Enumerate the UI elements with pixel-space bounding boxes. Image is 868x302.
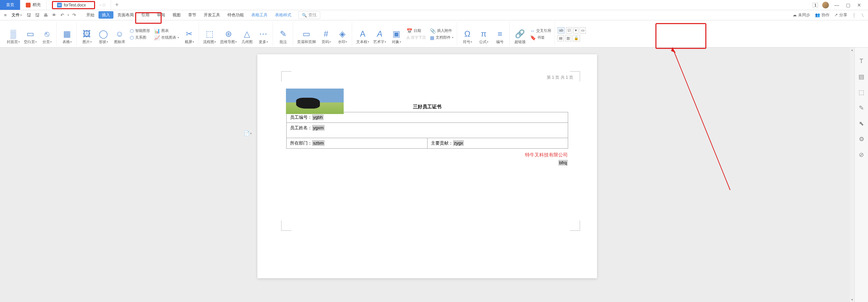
chart-button[interactable]: 📊图表 [153,28,180,34]
collab-button[interactable]: 👥协作 [815,12,830,18]
document-table[interactable]: 员工编号：ygbh 员工姓名：ygxm 所在部门：szbm 主要贡献：zygx [286,112,568,149]
menu-tab-chapter[interactable]: 章节 [185,11,200,19]
cover-page-button[interactable]: ▒封面页▾ [5,23,21,46]
form-options-button[interactable]: ▥ [565,35,571,41]
form-frame-button[interactable]: ▭ [580,27,586,34]
print-preview-icon[interactable]: 👁 [51,13,57,18]
geometry-button[interactable]: △几何图 [239,23,254,46]
form-text-button[interactable]: ab [558,27,564,34]
form-protect-button[interactable]: 🔒 [573,35,580,41]
form-check-button[interactable]: ☑ [566,27,572,34]
field-value[interactable]: szbm [312,140,325,146]
undo-icon[interactable]: ↶ [60,13,65,18]
page-break-button[interactable]: ⎋分页▾ [39,23,54,46]
sidebar-select-icon[interactable]: ⬉ [859,120,864,127]
sidebar-pen-icon[interactable]: ✎ [859,104,864,112]
page-number-button[interactable]: #页码▾ [319,23,333,46]
field-label[interactable]: 主要贡献： [431,140,453,146]
attachment-button[interactable]: 📎插入附件 [429,28,455,34]
search-box[interactable]: 🔍 查找 [298,11,320,19]
shape-button[interactable]: ◯形状▾ [96,23,111,46]
screenshot-button[interactable]: ✂截屏▾ [182,23,197,46]
save-icon[interactable]: 🖫 [26,13,32,18]
sidebar-text-icon[interactable]: T [860,58,863,65]
menu-tab-view[interactable]: 视图 [169,11,184,19]
header-footer-button[interactable]: ▭页眉和页脚 [296,23,317,46]
online-chart-button[interactable]: 📈在线图表▾ [153,35,180,41]
gallery-button[interactable]: ☺图标库 [112,23,127,46]
company-text[interactable]: 特牛叉科技有限公司 [274,152,580,158]
share-button[interactable]: ↗分享 [834,12,847,18]
dropcap-button[interactable]: A首字下沉 [405,35,427,41]
tab-add-button[interactable]: + [111,0,123,10]
field-label[interactable]: 员工姓名： [290,125,312,130]
window-badge[interactable]: 1 [813,3,818,7]
field-label[interactable]: 员工编号： [290,115,312,120]
date-field[interactable]: bfrq [274,159,580,166]
field-label[interactable]: 所在部门： [290,140,312,146]
form-shading-button[interactable]: ▤ [558,35,564,41]
menu-tab-reference[interactable]: 引用 [138,11,153,19]
menu-tab-insert[interactable]: 插入 [98,11,113,19]
sync-status[interactable]: ☁未同步 [793,12,810,18]
sidebar-shape-icon[interactable]: ⬚ [858,89,864,96]
field-value[interactable]: ygbh [312,114,324,120]
close-button[interactable]: ✕ [856,2,863,8]
minimize-button[interactable]: — [833,2,840,8]
sidebar-settings-icon[interactable]: ⚙ [859,135,864,143]
file-menu[interactable]: 文件▾ [10,12,23,18]
date-button[interactable]: 📅日期 [405,28,427,34]
bookmark-button[interactable]: 🔖书签 [529,35,553,41]
relation-button[interactable]: ⬡关系图 [128,35,151,41]
menu-tab-review[interactable]: 审阅 [153,11,168,19]
menu-tab-page-layout[interactable]: 页面布局 [114,11,137,19]
wordart-button[interactable]: A艺术字▾ [372,23,387,46]
menu-tab-table-tools[interactable]: 表格工具 [248,11,271,19]
field-value[interactable]: zygx [453,140,464,146]
tab-home[interactable]: 首页 [0,0,20,10]
more-button[interactable]: ⋯更多▾ [256,23,271,46]
page[interactable]: 📄▾ 第 1 页 共 1 页 三好员工证书 员工编号：ygbh 员工姓名：ygx… [257,54,597,278]
menu-tab-start[interactable]: 开始 [83,11,98,19]
collapse-ribbon[interactable]: ㄟ [861,13,865,18]
scroll-down-button[interactable]: ▾ [850,297,854,302]
field-value[interactable]: ygxm [312,125,325,131]
undo-caret[interactable]: ▾ [68,14,69,17]
hyperlink-button[interactable]: 🔗超链接 [512,23,527,46]
hamburger-icon[interactable]: ≡ [3,13,7,18]
table-button[interactable]: ▦表格▾ [59,23,74,46]
tab-docker[interactable]: 稻壳 [20,0,47,10]
sidebar-help-icon[interactable]: ⊘ [859,151,864,158]
comment-button[interactable]: ✎批注 [276,23,291,46]
menu-tab-special[interactable]: 特色功能 [224,11,247,19]
menu-tab-table-style[interactable]: 表格样式 [272,11,295,19]
flowchart-button[interactable]: ⬚流程图▾ [202,23,217,46]
textbox-button[interactable]: A文本框▾ [355,23,370,46]
object-button[interactable]: ▣对象▾ [389,23,404,46]
redo-icon[interactable]: ↷ [72,13,77,18]
cross-ference-button[interactable]: ↔交叉引用 [529,28,553,34]
sidebar-style-icon[interactable]: ▤ [858,73,864,80]
symbol-button[interactable]: Ω符号▾ [460,23,475,46]
more-menu[interactable]: ⋮ [852,13,856,18]
numbering-button[interactable]: ≡编号 [492,23,507,46]
maximize-button[interactable]: ▢ [845,2,852,8]
menu-tab-dev[interactable]: 开发工具 [200,11,223,19]
equation-button[interactable]: π公式▾ [476,23,491,46]
save-as-icon[interactable]: 🖫 [34,13,40,18]
picture-button[interactable]: 🖼图片▾ [79,23,94,46]
document-image[interactable] [286,89,344,114]
form-dropdown-button[interactable]: ▾ [574,27,578,34]
doc-part-button[interactable]: ▦文档部件▾ [429,35,455,41]
avatar[interactable] [822,2,829,8]
scroll-up-button[interactable]: ▴ [850,48,854,52]
scrollbar[interactable]: ▴ ▾ [850,48,854,302]
mindmap-button[interactable]: ⊛思维导图▾ [219,23,238,46]
print-icon[interactable]: 🖶 [43,13,49,18]
canvas[interactable]: 📄▾ 第 1 页 共 1 页 三好员工证书 员工编号：ygbh 员工姓名：ygx… [0,48,854,302]
blank-page-button[interactable]: ▭空白页▾ [22,23,38,46]
tab-active-file[interactable]: W forTest.docx ▫ [47,0,111,10]
smart-graphic-button[interactable]: ⬡智能图形 [128,28,151,34]
watermark-button[interactable]: ◈水印▾ [335,23,350,46]
page-side-action[interactable]: 📄▾ [244,131,252,136]
